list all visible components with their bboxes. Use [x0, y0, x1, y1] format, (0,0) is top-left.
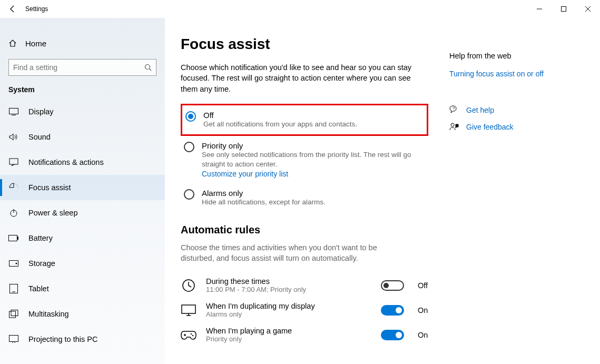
sidebar-item-multitasking[interactable]: Multitasking — [0, 301, 165, 327]
sidebar-item-display[interactable]: Display — [0, 99, 165, 124]
window-title: Settings — [25, 5, 48, 13]
automatic-rules-description: Choose the times and activities when you… — [181, 242, 412, 264]
toggle-off[interactable] — [381, 280, 404, 291]
rule-during-times[interactable]: During these times 11:00 PM - 7:00 AM; P… — [181, 273, 434, 298]
sidebar-item-power[interactable]: Power & sleep — [0, 200, 165, 225]
gamepad-icon — [181, 327, 196, 343]
svg-rect-6 — [9, 159, 18, 164]
page-description: Choose which notification you'd like to … — [181, 62, 412, 94]
customize-priority-link[interactable]: Customize your priority list — [202, 170, 425, 178]
sidebar-item-label: Battery — [28, 234, 53, 242]
battery-icon — [8, 235, 19, 241]
sidebar-item-label: Tablet — [28, 284, 49, 293]
main-content: Focus assist Choose which notification y… — [165, 18, 449, 364]
search-box[interactable] — [8, 59, 156, 76]
rule-playing-game[interactable]: When I'm playing a game Priority only On — [181, 322, 434, 347]
monitor-icon — [181, 302, 196, 318]
sidebar-item-tablet[interactable]: Tablet — [0, 276, 165, 301]
sidebar-item-label: Multitasking — [28, 310, 69, 318]
sidebar-item-label: Storage — [28, 259, 55, 268]
svg-rect-9 — [9, 235, 17, 241]
toggle-state: On — [418, 306, 434, 314]
toggle-on[interactable] — [381, 305, 404, 316]
toggle-on[interactable] — [381, 330, 404, 340]
svg-rect-10 — [17, 237, 18, 240]
help-link-focus-assist[interactable]: Turning focus assist on or off — [449, 70, 576, 78]
svg-rect-1 — [562, 7, 566, 12]
feedback-icon — [449, 122, 459, 132]
rule-sub: 11:00 PM - 7:00 AM; Priority only — [206, 286, 371, 293]
svg-rect-16 — [11, 310, 18, 316]
home-nav[interactable]: Home — [0, 33, 165, 54]
home-label: Home — [25, 39, 46, 48]
svg-rect-4 — [9, 109, 18, 114]
focus-assist-options: Off Get all notifications from your apps… — [181, 104, 434, 212]
focus-assist-icon — [8, 183, 19, 192]
option-off[interactable]: Off Get all notifications from your apps… — [181, 104, 428, 136]
minimize-button[interactable] — [527, 0, 552, 18]
rule-title: During these times — [206, 277, 371, 286]
radio-selected-icon — [185, 111, 196, 122]
help-panel: Help from the web Turning focus assist o… — [449, 18, 586, 364]
sidebar-item-label: Display — [28, 107, 54, 116]
option-title: Alarms only — [202, 189, 425, 198]
help-heading: Help from the web — [449, 52, 576, 60]
maximize-button[interactable] — [552, 0, 576, 18]
page-title: Focus assist — [181, 36, 434, 53]
multitasking-icon — [8, 310, 19, 318]
notifications-icon — [8, 158, 19, 166]
power-icon — [8, 209, 19, 217]
get-help-row[interactable]: ? Get help — [449, 105, 576, 115]
titlebar: Settings — [0, 0, 600, 18]
get-help-link[interactable]: Get help — [466, 106, 494, 114]
sidebar-item-label: Power & sleep — [28, 209, 78, 217]
give-feedback-link[interactable]: Give feedback — [466, 123, 514, 131]
rule-sub: Alarms only — [206, 310, 371, 318]
rule-duplicating-display[interactable]: When I'm duplicating my display Alarms o… — [181, 298, 434, 322]
help-chat-icon: ? — [449, 105, 459, 115]
sidebar-item-notifications[interactable]: Notifications & actions — [0, 150, 165, 175]
storage-icon — [8, 260, 19, 267]
home-icon — [8, 39, 17, 47]
clock-icon — [181, 278, 196, 293]
option-priority-only[interactable]: Priority only See only selected notifica… — [181, 136, 428, 183]
svg-point-25 — [192, 335, 193, 336]
svg-rect-15 — [9, 311, 16, 318]
svg-point-2 — [145, 65, 150, 70]
toggle-state: Off — [418, 281, 434, 290]
automatic-rules-heading: Automatic rules — [181, 224, 434, 236]
svg-rect-17 — [9, 336, 18, 342]
search-input[interactable] — [13, 63, 144, 72]
svg-rect-19 — [182, 305, 195, 313]
back-button[interactable] — [0, 0, 25, 18]
sidebar-item-label: Notifications & actions — [28, 158, 104, 166]
category-heading: System — [0, 76, 165, 99]
sidebar-item-label: Projecting to this PC — [28, 335, 97, 343]
close-button[interactable] — [576, 0, 600, 18]
radio-icon — [184, 189, 194, 200]
search-icon — [144, 64, 152, 71]
svg-point-27 — [451, 123, 454, 126]
option-title: Off — [203, 111, 424, 120]
sidebar-item-storage[interactable]: Storage — [0, 251, 165, 276]
rule-sub: Priority only — [206, 335, 371, 343]
radio-icon — [184, 142, 194, 152]
projecting-icon — [8, 335, 19, 343]
sidebar-item-sound[interactable]: Sound — [0, 124, 165, 150]
sidebar-item-projecting[interactable]: Projecting to this PC — [0, 327, 165, 352]
toggle-state: On — [418, 331, 434, 339]
rule-title: When I'm playing a game — [206, 327, 371, 335]
svg-line-3 — [150, 69, 152, 71]
option-alarms-only[interactable]: Alarms only Hide all notifications, exce… — [181, 183, 428, 212]
tablet-icon — [8, 284, 19, 293]
give-feedback-row[interactable]: Give feedback — [449, 122, 576, 132]
option-sub: Hide all notifications, except for alarm… — [202, 198, 425, 207]
sidebar-item-focus-assist[interactable]: Focus assist — [0, 175, 165, 200]
option-sub: Get all notifications from your apps and… — [203, 120, 424, 129]
display-icon — [8, 108, 19, 115]
sidebar-item-label: Focus assist — [28, 183, 71, 192]
svg-text:?: ? — [453, 106, 455, 111]
svg-point-24 — [191, 333, 192, 335]
sidebar-item-battery[interactable]: Battery — [0, 225, 165, 251]
sidebar: Home System Display Sound — [0, 18, 165, 364]
